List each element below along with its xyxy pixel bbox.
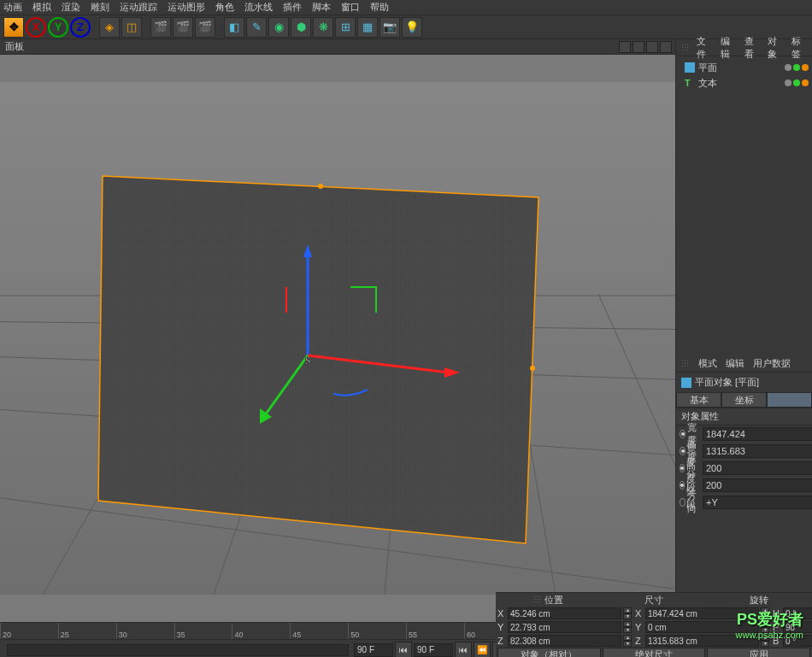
generator-icon[interactable]: ◉ — [268, 17, 289, 38]
svg-point-14 — [530, 366, 535, 371]
menu-item[interactable]: 插件 — [283, 1, 302, 14]
attr-orientation: 方向 ▾ — [676, 494, 812, 511]
width-seg-input[interactable] — [703, 461, 812, 475]
frame-start-input[interactable] — [354, 643, 393, 657]
pos-x-input[interactable] — [508, 607, 621, 619]
attribute-title: 平面对象 [平面] — [676, 372, 812, 392]
coord-mode-select[interactable]: 对象（相对） — [497, 648, 601, 657]
size-y-input[interactable] — [645, 621, 759, 633]
goto-start-icon[interactable]: ⏮ — [455, 642, 472, 658]
attribute-tabs: 模式 编辑 用户数据 — [676, 355, 812, 372]
menu-item[interactable]: 运动图形 — [168, 1, 205, 14]
axis-x-toggle[interactable]: X — [26, 17, 46, 38]
cube-primitive-icon[interactable]: ◫ — [121, 17, 142, 38]
object-manager-tabs: 文件 编辑 查看 对象 标签 — [676, 39, 812, 56]
plane-icon — [681, 378, 691, 388]
viewport-header: 面板 — [0, 39, 675, 55]
attribute-subtabs: 基本 坐标 — [676, 392, 812, 408]
attr-tab[interactable]: 编辑 — [726, 357, 744, 370]
om-item-text[interactable]: T 文本 — [680, 75, 809, 91]
spline-pen-icon[interactable]: ✎ — [246, 17, 267, 38]
plane-icon — [685, 62, 695, 73]
tab-basic[interactable]: 基本 — [676, 392, 721, 408]
text-icon: T — [685, 78, 695, 88]
menu-item[interactable]: 模拟 — [32, 1, 51, 14]
attr-tab[interactable]: 用户数据 — [753, 357, 791, 370]
frame-end-input[interactable] — [414, 643, 453, 657]
coord-system-icon[interactable]: ◈ — [99, 17, 120, 38]
svg-marker-12 — [98, 176, 538, 543]
attr-tab[interactable]: 模式 — [698, 357, 717, 370]
radio-icon[interactable] — [680, 481, 685, 490]
rot-p-input[interactable] — [783, 621, 812, 633]
viewport-3d[interactable]: S 网格间距 : 1000 cm — [0, 55, 675, 622]
rot-h-input[interactable] — [783, 607, 812, 619]
menu-item[interactable]: 渲染 — [62, 1, 80, 14]
camera-icon[interactable]: 📷 — [380, 17, 400, 38]
axis-y-toggle[interactable]: Y — [48, 17, 68, 38]
menu-item[interactable]: 流水线 — [244, 1, 273, 14]
main-toolbar: ✥ X Y Z ◈ ◫ 🎬 🎬 🎬 ◧ ✎ ◉ ⬢ ❋ ⊞ ▦ 📷 💡 — [0, 15, 812, 39]
svg-point-13 — [318, 184, 323, 189]
menu-item[interactable]: 帮助 — [370, 1, 389, 14]
menu-item[interactable]: 脚本 — [312, 1, 331, 14]
vp-nav-icon[interactable] — [619, 41, 631, 53]
orientation-select[interactable] — [703, 496, 812, 509]
tab-coords[interactable]: 坐标 — [721, 392, 767, 408]
menu-item[interactable]: 窗口 — [341, 1, 360, 14]
svg-text:S: S — [304, 355, 311, 366]
height-input[interactable] — [703, 444, 812, 458]
grip-icon[interactable] — [681, 360, 690, 368]
grip-icon[interactable] — [533, 595, 542, 604]
vp-nav-icon[interactable] — [633, 41, 644, 53]
axis-z-toggle[interactable]: Z — [70, 17, 91, 38]
environment-icon[interactable]: ⊞ — [335, 17, 356, 38]
rot-b-input[interactable] — [783, 635, 812, 647]
pos-y-input[interactable] — [508, 621, 621, 633]
vp-nav-icon[interactable] — [660, 41, 672, 53]
pos-z-input[interactable] — [508, 635, 621, 647]
object-manager[interactable]: 平面 T 文本 — [676, 56, 812, 355]
generator2-icon[interactable]: ⬢ — [291, 17, 311, 38]
grip-icon[interactable] — [681, 44, 688, 52]
size-x-input[interactable] — [645, 607, 759, 619]
coordinates-manager: 位置 尺寸 旋转 X▴▾ Y▴▾ Z▴▾ X▴▾ Y▴▾ Z▴▾ H▴▾ P▴▾… — [496, 592, 812, 657]
om-item-plane[interactable]: 平面 — [680, 60, 809, 75]
viewport-title: 面板 — [5, 40, 24, 53]
menu-item[interactable]: 角色 — [215, 1, 234, 14]
render-region-icon[interactable]: 🎬 — [173, 17, 193, 38]
grid-icon[interactable]: ▦ — [357, 17, 378, 38]
width-input[interactable] — [703, 427, 812, 441]
size-z-input[interactable] — [645, 635, 759, 647]
tab-object[interactable] — [767, 392, 812, 408]
menu-item[interactable]: 雕刻 — [91, 1, 109, 14]
render-settings-icon[interactable]: 🎬 — [195, 17, 215, 38]
goto-start-icon[interactable]: ⏮ — [395, 642, 412, 658]
move-tool-icon[interactable]: ✥ — [3, 17, 24, 38]
prev-key-icon[interactable]: ⏪ — [474, 642, 491, 658]
apply-button[interactable]: 应用 — [707, 648, 810, 657]
menu-item[interactable]: 运动跟踪 — [120, 1, 157, 14]
radio-icon[interactable] — [680, 498, 685, 507]
height-seg-input[interactable] — [703, 478, 812, 492]
size-mode-select[interactable]: 绝对尺寸 — [603, 648, 706, 657]
render-icon[interactable]: 🎬 — [150, 17, 171, 38]
deformer-icon[interactable]: ❋ — [313, 17, 333, 38]
timeline-slider[interactable] — [7, 644, 349, 656]
menu-item[interactable]: 动画 — [3, 1, 22, 14]
menu-bar: 动画 模拟 渲染 雕刻 运动跟踪 运动图形 角色 流水线 插件 脚本 窗口 帮助 — [0, 0, 812, 15]
light-icon[interactable]: 💡 — [402, 17, 422, 38]
vp-nav-icon[interactable] — [646, 41, 658, 53]
primitive-cube-icon[interactable]: ◧ — [224, 17, 244, 38]
radio-icon[interactable] — [680, 430, 685, 438]
